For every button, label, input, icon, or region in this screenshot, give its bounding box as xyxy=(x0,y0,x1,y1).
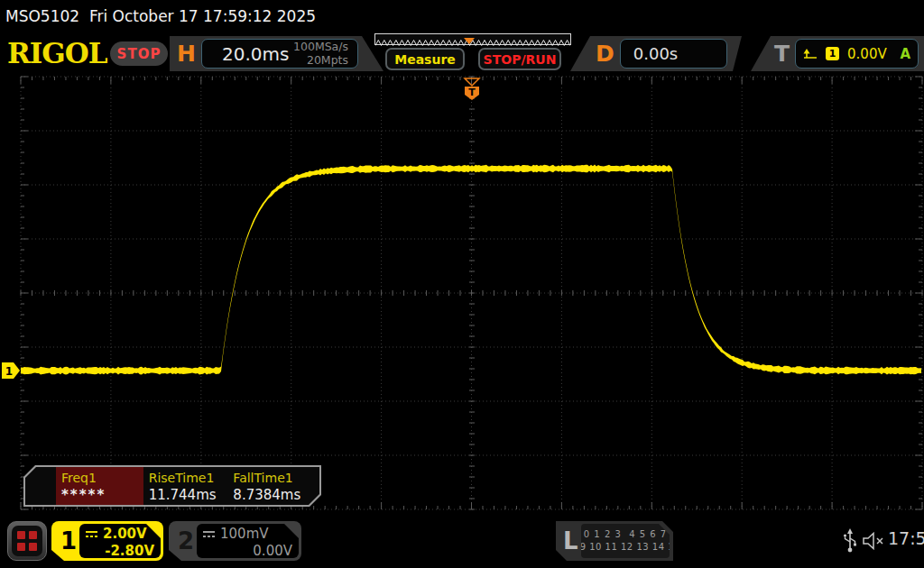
channel-2-scale: 100mV xyxy=(220,526,269,542)
channel-1-info: 2.00V -2.80V xyxy=(79,524,161,558)
usb-icon xyxy=(843,527,857,554)
digital-channel-list: 0 1 2 3 4 5 6 7 8 9 10 11 12 13 14 15 xyxy=(581,524,670,558)
oscilloscope-screen: 1T MSO5102 Fri October 17 17:59:12 2025 … xyxy=(0,0,924,568)
clock: 17:58 xyxy=(888,528,924,548)
measurement-label: FallTime1 xyxy=(233,471,314,485)
stop-run-button-label: STOP/RUN xyxy=(484,52,557,67)
trigger-sweep-mode: A xyxy=(900,46,910,62)
trigger-source-badge: 1 xyxy=(826,47,839,60)
acquisition-info: 100MSa/s 20Mpts xyxy=(293,41,348,67)
svg-text:1: 1 xyxy=(5,365,13,378)
stop-run-button[interactable]: STOP/RUN xyxy=(478,48,561,70)
overview-zigzag xyxy=(375,38,570,48)
menu-button[interactable] xyxy=(7,521,47,561)
channel-2-info: 100mV 0.00V xyxy=(197,524,299,558)
measure-button-label: Measure xyxy=(394,52,456,67)
rigol-logo: RIGOL xyxy=(7,36,108,70)
horizontal-inset: 20.0ms 100MSa/s 20Mpts xyxy=(201,39,358,69)
channel-1-number: 1 xyxy=(58,521,79,561)
channel-1-scale: 2.00V xyxy=(103,526,147,542)
measurement-value: 8.7384ms xyxy=(233,487,314,503)
digital-channels-widget[interactable]: L 0 1 2 3 4 5 6 7 8 9 10 11 12 13 14 15 xyxy=(556,521,673,561)
measurement-value: 11.744ms xyxy=(149,487,223,503)
trigger-level-value: 0.00V xyxy=(847,46,887,62)
channel-1-offset: -2.80V xyxy=(85,543,154,559)
measurement-item-risetime1[interactable]: RiseTime1 11.744ms xyxy=(143,467,228,505)
svg-text:T: T xyxy=(468,87,476,98)
titlebar: MSO5102 Fri October 17 17:59:12 2025 xyxy=(0,0,924,32)
horizontal-panel[interactable]: H 20.0ms 100MSa/s 20Mpts xyxy=(170,36,383,71)
dc-coupling-icon xyxy=(85,529,98,538)
measurement-panel[interactable]: Freq1 ***** RiseTime1 11.744ms FallTime1… xyxy=(23,465,321,507)
timebase-value: 20.0ms xyxy=(206,43,289,65)
memory-depth: 20Mpts xyxy=(293,54,348,67)
digital-row-8-15: 8 9 10 11 12 13 14 15 xyxy=(570,541,680,554)
measure-button[interactable]: Measure xyxy=(385,48,465,70)
dc-coupling-icon xyxy=(202,529,216,538)
digital-label: L xyxy=(563,521,578,561)
channel-2-number: 2 xyxy=(175,521,197,561)
trigger-inset: 1 0.00V A xyxy=(795,39,919,69)
measurement-panel-inner: Freq1 ***** RiseTime1 11.744ms FallTime1… xyxy=(25,467,319,505)
menu-grid-icon xyxy=(12,526,42,556)
measurement-item-falltime1[interactable]: FallTime1 8.7384ms xyxy=(227,467,319,505)
model-and-datetime: MSO5102 Fri October 17 17:59:12 2025 xyxy=(5,7,316,25)
t-label: T xyxy=(774,41,790,67)
delay-panel[interactable]: D 0.00s xyxy=(570,36,742,71)
sample-rate: 100MSa/s xyxy=(293,41,348,53)
sound-muted-icon xyxy=(863,532,886,550)
run-state-badge: STOP xyxy=(110,41,168,66)
digital-row-0-7: 0 1 2 3 4 5 6 7 xyxy=(584,528,667,541)
channel-2-widget[interactable]: 2 100mV 0.00V xyxy=(169,521,301,561)
measurement-label: Freq1 xyxy=(61,471,138,485)
measurement-item-freq1[interactable]: Freq1 ***** xyxy=(56,467,143,505)
h-label: H xyxy=(177,41,196,67)
channel-1-widget[interactable]: 1 2.00V -2.80V xyxy=(51,521,163,561)
trigger-edge-icon xyxy=(803,48,818,60)
measurement-value: ***** xyxy=(61,487,138,503)
trigger-panel[interactable]: T 1 0.00V A xyxy=(751,36,924,71)
channel-2-offset: 0.00V xyxy=(202,543,292,559)
measurement-label: RiseTime1 xyxy=(149,471,223,485)
delay-inset: 0.00s xyxy=(620,39,727,69)
d-label: D xyxy=(596,41,614,67)
delay-value: 0.00s xyxy=(633,44,678,63)
waveform-overview-strip[interactable] xyxy=(374,33,571,45)
